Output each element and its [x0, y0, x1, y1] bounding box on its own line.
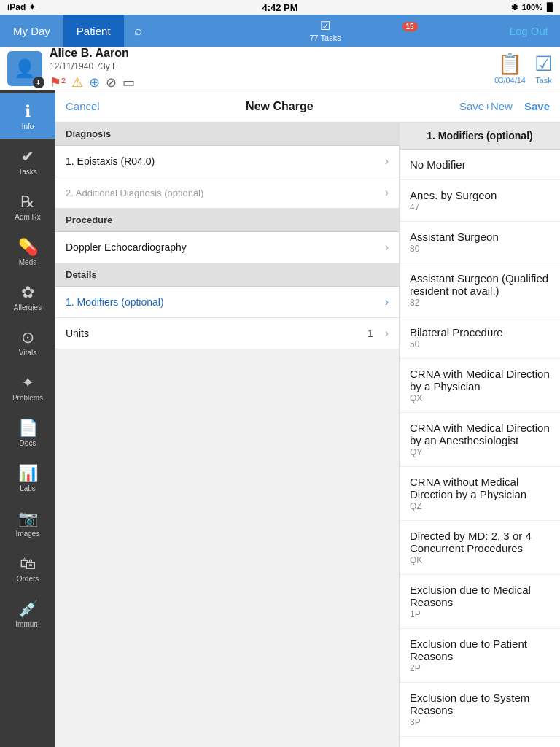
task-label: Task	[535, 76, 552, 85]
modifier-code: QZ	[410, 501, 550, 511]
modifier-code: QY	[410, 447, 550, 457]
modifier-row[interactable]: CRNA with Medical Direction by a Physici…	[400, 359, 560, 413]
sidebar-item-orders[interactable]: 🛍 Orders	[0, 546, 55, 591]
modifier-row[interactable]: Directed by MD: 2, 3 or 4 Concurrent Pro…	[400, 521, 560, 575]
modifier-code: 50	[410, 339, 550, 349]
date-action-button[interactable]: 📋 03/04/14	[494, 52, 526, 85]
modifiers-label: 1. Modifiers (optional)	[66, 296, 164, 308]
main-layout: ℹ Info ✔ Tasks ℞ Adm Rx 💊 Meds ✿ Allergi…	[0, 90, 560, 747]
modifier-code: 3P	[410, 717, 550, 727]
vitals-icon: ⊙	[21, 328, 34, 347]
labs-icon: 📊	[18, 464, 38, 483]
patient-info: Alice B. Aaron 12/11/1940 73y F ⚑² ⚠ ⊕ ⊘…	[50, 47, 494, 90]
tasks-badge: 15	[402, 22, 418, 31]
diagnosis-section-header: Diagnosis	[55, 123, 399, 146]
chevron-right-icon-5: ›	[385, 327, 389, 340]
task-action-button[interactable]: ☑ Task	[534, 52, 553, 85]
sidebar-immun-label: Immun.	[15, 620, 39, 628]
sidebar-problems-label: Problems	[12, 394, 43, 402]
sidebar-item-admrx[interactable]: ℞ Adm Rx	[0, 184, 55, 229]
sidebar-item-info[interactable]: ℹ Info	[0, 93, 55, 139]
modifiers-row[interactable]: 1. Modifiers (optional) ›	[55, 287, 399, 318]
sidebar-orders-label: Orders	[17, 575, 39, 583]
sidebar-item-vitals[interactable]: ⊙ Vitals	[0, 320, 55, 365]
modifier-row[interactable]: Exclusion due to System Reasons3P	[400, 683, 560, 737]
no-entry-icon[interactable]: ⊘	[106, 74, 117, 90]
units-value-area: 1 ›	[368, 327, 389, 340]
sidebar-labs-label: Labs	[20, 484, 36, 492]
status-time: 4:42 PM	[262, 2, 298, 13]
save-button[interactable]: Save	[524, 100, 550, 112]
modifier-row[interactable]: Anes. by Surgeon47	[400, 180, 560, 222]
modifier-row[interactable]: Exclusion for a reason not otherwise spe…	[400, 737, 560, 747]
modifier-panel-header: 1. Modifiers (optional)	[400, 123, 560, 150]
sidebar-item-docs[interactable]: 📄 Docs	[0, 410, 55, 455]
charge-title: New Charge	[246, 100, 313, 113]
sidebar-item-meds[interactable]: 💊 Meds	[0, 229, 55, 274]
modifier-name: No Modifier	[410, 158, 550, 171]
diagnosis-2-label: 2. Additional Diagnosis (optional)	[66, 187, 203, 198]
patient-dob: 12/11/1940 73y F	[50, 61, 494, 71]
modifier-name: CRNA without Medical Direction by a Phys…	[410, 476, 550, 500]
left-panel: Diagnosis 1. Epistaxis (R04.0) › 2. Addi…	[55, 123, 400, 747]
sidebar-admrx-label: Adm Rx	[15, 213, 41, 221]
calendar-plus-icon: 📋	[497, 52, 523, 76]
details-section-header: Details	[55, 263, 399, 287]
modifier-row[interactable]: No Modifier	[400, 150, 560, 180]
sidebar-item-images[interactable]: 📷 Images	[0, 500, 55, 546]
patient-header: 👤 ⬇ Alice B. Aaron 12/11/1940 73y F ⚑² ⚠…	[0, 47, 560, 90]
warning-icon[interactable]: ⚠	[71, 74, 83, 90]
avatar-badge: ⬇	[33, 77, 44, 88]
action-date-label: 03/04/14	[494, 76, 526, 85]
battery-indicator: 100%	[522, 3, 542, 12]
modifier-row[interactable]: Assistant Surgeon (Qualified resident no…	[400, 263, 560, 317]
allergies-icon: ✿	[21, 283, 34, 302]
modifier-code: 1P	[410, 609, 550, 619]
modifier-name: Directed by MD: 2, 3 or 4 Concurrent Pro…	[410, 530, 550, 554]
cancel-button[interactable]: Cancel	[66, 100, 100, 112]
modifier-row[interactable]: Bilateral Procedure50	[400, 317, 560, 359]
sidebar-item-allergies[interactable]: ✿ Allergies	[0, 274, 55, 320]
search-button[interactable]: ⌕	[124, 15, 153, 47]
images-icon: 📷	[18, 509, 38, 528]
sidebar-item-tasks[interactable]: ✔ Tasks	[0, 139, 55, 184]
meds-icon: 💊	[18, 238, 38, 257]
modifier-row[interactable]: Assistant Surgeon80	[400, 222, 560, 263]
patient-button[interactable]: Patient	[63, 15, 124, 47]
alert-icon[interactable]: ⚑²	[50, 74, 66, 90]
units-row[interactable]: Units 1 ›	[55, 318, 399, 349]
chevron-right-icon: ›	[385, 155, 389, 168]
modifier-row[interactable]: Exclusion due to Medical Reasons1P	[400, 575, 560, 629]
sidebar-item-immun[interactable]: 💉 Immun.	[0, 591, 55, 636]
modifier-row[interactable]: CRNA with Medical Direction by an Anesth…	[400, 413, 560, 467]
sidebar-item-problems[interactable]: ✦ Problems	[0, 365, 55, 410]
document-icon[interactable]: ▭	[122, 74, 135, 90]
task-icon: ☑	[534, 52, 553, 76]
modifier-code: 2P	[410, 663, 550, 673]
sidebar-vitals-label: Vitals	[19, 349, 36, 357]
modifier-code: 80	[410, 244, 550, 254]
diagnosis-2-row[interactable]: 2. Additional Diagnosis (optional) ›	[55, 177, 399, 209]
modifier-code: QX	[410, 393, 550, 403]
tasks-sidebar-icon: ✔	[21, 147, 34, 166]
add-icon[interactable]: ⊕	[89, 74, 100, 90]
units-label: Units	[66, 328, 89, 339]
modifier-name: CRNA with Medical Direction by a Physici…	[410, 368, 550, 392]
modifier-list: No ModifierAnes. by Surgeon47Assistant S…	[400, 150, 560, 747]
my-day-button[interactable]: My Day	[0, 15, 63, 47]
modifier-row[interactable]: CRNA without Medical Direction by a Phys…	[400, 467, 560, 521]
avatar-icon: 👤	[14, 58, 36, 79]
immun-icon: 💉	[18, 600, 38, 619]
logout-button[interactable]: Log Out	[498, 25, 560, 37]
sidebar-item-labs[interactable]: 📊 Labs	[0, 455, 55, 500]
right-panel: 1. Modifiers (optional) No ModifierAnes.…	[400, 123, 560, 747]
top-nav: My Day Patient ⌕ 15 ☑ 77 Tasks Log Out	[0, 15, 560, 47]
split-content: Diagnosis 1. Epistaxis (R04.0) › 2. Addi…	[55, 123, 560, 747]
units-value: 1	[368, 328, 373, 339]
tasks-nav[interactable]: 15 ☑ 77 Tasks	[153, 19, 498, 42]
diagnosis-1-row[interactable]: 1. Epistaxis (R04.0) ›	[55, 146, 399, 177]
save-new-button[interactable]: Save+New	[459, 100, 513, 112]
procedure-row[interactable]: Doppler Echocardiography ›	[55, 232, 399, 263]
modifier-row[interactable]: Exclusion due to Patient Reasons2P	[400, 629, 560, 683]
modifier-code: 47	[410, 202, 550, 212]
